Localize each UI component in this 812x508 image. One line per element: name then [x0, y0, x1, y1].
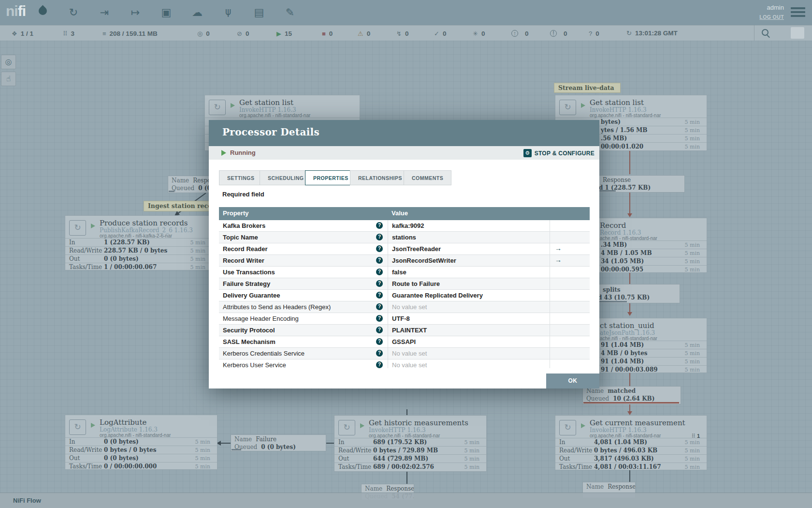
- help-icon[interactable]: ?: [376, 315, 383, 322]
- help-icon[interactable]: ?: [376, 222, 383, 229]
- running-icon: [581, 103, 585, 108]
- canvas-label-stream-live-data[interactable]: Stream live-data: [554, 83, 621, 93]
- help-icon[interactable]: ?: [376, 280, 383, 287]
- property-row-kafka-brokers[interactable]: Kafka Brokers? kafka:9092: [219, 220, 590, 232]
- processor-produce-station-records[interactable]: ↻ Produce station records PublishKafkaRe…: [65, 215, 213, 270]
- running-count: 15: [285, 30, 292, 37]
- property-row-kerberos-user-service[interactable]: Kerberos User Service? No value set: [219, 359, 590, 368]
- cluster-count: 1 / 1: [21, 30, 33, 37]
- processor-get-current-measurement[interactable]: ↻ Get current measurement InvokeHTTP 1.1…: [555, 415, 707, 470]
- running-icon: [91, 224, 95, 228]
- last-refresh-time[interactable]: ↻13:01:28 GMT: [626, 26, 678, 41]
- connection-label-matched[interactable]: Namematched Queued10 (2.64 KB): [582, 386, 681, 404]
- ok-button[interactable]: OK: [546, 374, 599, 388]
- connection-label-response-right[interactable]: Response d 1 (228.57 KB): [585, 175, 685, 193]
- processor-icon: ↻: [209, 100, 226, 115]
- help-icon[interactable]: ?: [376, 269, 383, 275]
- search-icon[interactable]: [762, 29, 768, 36]
- tab-comments[interactable]: COMMENTS: [404, 170, 451, 185]
- help-icon[interactable]: ?: [376, 338, 383, 345]
- cluster-icon: ❖: [12, 30, 17, 37]
- navigate-compass-button[interactable]: ◎: [1, 55, 16, 69]
- processor-logattribute[interactable]: ↻ LogAttribute LogAttribute 1.16.3 org.a…: [65, 415, 218, 470]
- settings-button[interactable]: [791, 27, 804, 39]
- property-row-sasl-mechanism[interactable]: SASL Mechanism? GSSAPI: [219, 336, 590, 348]
- global-menu-icon[interactable]: [791, 7, 805, 17]
- connection-line: [221, 443, 231, 444]
- required-field-note: Required field: [222, 191, 264, 198]
- property-row-kerberos-credentials-service[interactable]: Kerberos Credentials Service? No value s…: [219, 348, 590, 359]
- template-icon[interactable]: ▤: [249, 4, 269, 21]
- nifi-app: nifi ↻ ⇥ ↦ ▣ ☁ ⋔ ▤ ✎ admin LOG OUT ❖1 / …: [0, 0, 812, 508]
- tab-relationships[interactable]: RELATIONSHIPS: [350, 170, 410, 185]
- property-row-message-header-encoding[interactable]: Message Header Encoding? UTF-8: [219, 313, 590, 325]
- process-group-icon[interactable]: ▣: [157, 4, 176, 21]
- go-to-service-icon[interactable]: →: [555, 244, 562, 252]
- processor-icon[interactable]: ↻: [64, 4, 83, 21]
- connection-line: [629, 373, 630, 386]
- go-to-service-icon[interactable]: →: [555, 256, 562, 264]
- remote-process-group-icon[interactable]: ☁: [188, 4, 207, 21]
- stop-and-configure-button[interactable]: ⚙STOP & CONFIGURE: [523, 149, 594, 157]
- nifi-logo: nifi: [6, 3, 26, 19]
- help-icon[interactable]: ?: [376, 327, 383, 333]
- help-icon[interactable]: ?: [376, 303, 383, 310]
- processor-icon: ↻: [69, 220, 86, 236]
- thread-count: 3: [71, 30, 75, 37]
- property-row-topic-name[interactable]: Topic Name? stations: [219, 232, 590, 243]
- queued-count: 208 / 159.11 MB: [110, 30, 158, 37]
- processor-get-historic-measurements[interactable]: ↻ Get historic measurements InvokeHTTP 1…: [334, 415, 487, 472]
- tab-settings[interactable]: SETTINGS: [219, 170, 263, 185]
- help-icon[interactable]: ?: [376, 257, 383, 264]
- sync-failure-icon: ?: [589, 30, 592, 37]
- funnel-icon[interactable]: ⋔: [218, 4, 238, 21]
- current-user: admin: [767, 4, 784, 11]
- status-bar-divider: [754, 25, 754, 41]
- property-row-attributes-headers-regex[interactable]: Attributes to Send as Headers (Regex)? N…: [219, 301, 590, 313]
- label-icon[interactable]: ✎: [280, 4, 300, 21]
- connection-label-response[interactable]: NameResponse Queued0 (0 bytes: [168, 176, 215, 193]
- processor-icon: ↻: [69, 419, 86, 435]
- logout-link[interactable]: LOG OUT: [759, 14, 784, 20]
- help-icon[interactable]: ?: [376, 361, 383, 368]
- breadcrumb[interactable]: NiFi Flow: [13, 497, 41, 504]
- tab-scheduling[interactable]: SCHEDULING: [260, 170, 312, 185]
- property-row-failure-strategy[interactable]: Failure Strategy? Route to Failure: [219, 278, 590, 290]
- input-port-icon[interactable]: ⇥: [95, 4, 114, 21]
- nifi-drop-icon: [37, 5, 48, 16]
- property-row-record-reader[interactable]: Record Reader? JsonTreeReader →: [219, 243, 590, 255]
- running-icon: [231, 103, 235, 108]
- connection-line: [629, 151, 630, 174]
- connection-arrowhead: [627, 411, 632, 415]
- compass-icon: ◎: [5, 58, 12, 66]
- app-header: nifi ↻ ⇥ ↦ ▣ ☁ ⋔ ▤ ✎ admin LOG OUT: [0, 0, 812, 25]
- queued-icon: ≡: [102, 30, 106, 37]
- help-icon[interactable]: ?: [376, 350, 383, 357]
- help-icon[interactable]: ?: [376, 245, 383, 252]
- hand-select-button[interactable]: ☝: [1, 72, 16, 86]
- run-status-label: Running: [230, 149, 256, 156]
- help-icon[interactable]: ?: [376, 292, 383, 299]
- refresh-icon[interactable]: ↻: [626, 30, 632, 37]
- canvas-label-ingest-station-records[interactable]: Ingest station records: [144, 201, 215, 211]
- disabled-icon: ↯: [396, 30, 402, 37]
- threads-icon: ⠿: [63, 30, 68, 37]
- property-row-security-protocol[interactable]: Security Protocol? PLAINTEXT: [219, 325, 590, 336]
- not-transmitting-icon: ⊘: [237, 30, 242, 37]
- running-icon: ▶: [276, 30, 281, 37]
- property-row-record-writer[interactable]: Record Writer? JsonRecordSetWriter →: [219, 255, 590, 267]
- connection-line: [406, 409, 407, 415]
- breadcrumb-bar: NiFi Flow: [0, 493, 812, 508]
- modified-stale-icon: !: [550, 30, 557, 37]
- properties-table: Property Value Kafka Brokers? kafka:9092…: [219, 207, 590, 368]
- running-icon: [360, 423, 364, 428]
- connection-label-failure[interactable]: NameFailure Queued0 (0 bytes): [231, 434, 326, 451]
- output-port-icon[interactable]: ↦: [126, 4, 145, 21]
- property-row-delivery-guarantee[interactable]: Delivery Guarantee? Guarantee Replicated…: [219, 290, 590, 301]
- connection-line: [629, 303, 630, 313]
- connection-arrowhead: [627, 213, 632, 217]
- help-icon[interactable]: ?: [376, 234, 383, 240]
- property-row-use-transactions[interactable]: Use Transactions? false: [219, 267, 590, 278]
- connection-line: [326, 443, 334, 444]
- tab-properties[interactable]: PROPERTIES: [305, 170, 357, 185]
